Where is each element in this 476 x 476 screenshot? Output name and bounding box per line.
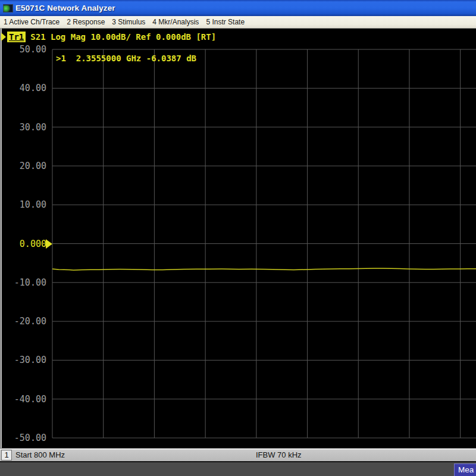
y-tick-label-neg10: -10.00 <box>14 277 46 288</box>
title-bar: E5071C Network Analyzer <box>0 0 476 16</box>
window-title: E5071C Network Analyzer <box>15 4 115 12</box>
y-tick-label-10: 10.00 <box>20 199 46 210</box>
app-icon <box>3 4 13 12</box>
menu-stimulus[interactable]: 3 Stimulus <box>112 18 145 26</box>
y-tick-label-20: 20.00 <box>20 161 46 171</box>
y-tick-label-30: 30.00 <box>20 122 46 133</box>
y-tick-label-neg40: -40.00 <box>14 394 46 405</box>
menu-response[interactable]: 2 Response <box>67 18 105 26</box>
y-tick-label-neg20: -20.00 <box>14 316 46 327</box>
trace1-settings[interactable]: S21 Log Mag 10.00dB/ Ref 0.000dB [RT] <box>30 32 216 42</box>
start-frequency-field[interactable]: Start 800 MHz <box>15 450 65 459</box>
softkey-strip: Mea <box>0 461 476 476</box>
y-tick-label-50: 50.00 <box>20 44 46 55</box>
menu-mkr-analysis[interactable]: 4 Mkr/Analysis <box>152 18 199 26</box>
channel-indicator: 1 <box>1 450 12 461</box>
y-tick-label-neg30: -30.00 <box>14 355 46 365</box>
screen-left-border <box>0 29 2 448</box>
y-tick-label-neg50: -50.00 <box>14 433 46 443</box>
ifbw-field[interactable]: IFBW 70 kHz <box>256 450 302 459</box>
trace-line <box>52 268 476 270</box>
softkey-meas-button[interactable]: Mea <box>454 464 476 476</box>
menu-active-ch-trace[interactable]: 1 Active Ch/Trace <box>4 18 60 26</box>
active-trace-arrow-icon <box>1 33 6 41</box>
y-tick-label-ref-0: 0.000 <box>20 239 46 249</box>
y-axis-labels: 50.00 40.00 30.00 20.00 10.00 0.000 -10.… <box>14 44 46 443</box>
analyzer-screen: 50.00 40.00 30.00 20.00 10.00 0.000 -10.… <box>0 29 476 448</box>
trace1-label[interactable]: Tr1 <box>7 32 26 42</box>
plot-area: 50.00 40.00 30.00 20.00 10.00 0.000 -10.… <box>0 29 476 448</box>
app-icon-glyph <box>4 5 10 12</box>
trace-status-bar: Tr1 S21 Log Mag 10.00dB/ Ref 0.000dB [RT… <box>0 31 216 43</box>
marker-readout: >1 2.3555000 GHz -6.0387 dB <box>56 54 196 63</box>
y-tick-label-40: 40.00 <box>20 83 46 93</box>
menu-bar: 1 Active Ch/Trace 2 Response 3 Stimulus … <box>0 16 476 29</box>
reference-level-marker-icon <box>46 239 52 249</box>
menu-instr-state[interactable]: 5 Instr State <box>206 18 245 26</box>
status-bar: 1 Start 800 MHz IFBW 70 kHz <box>0 448 476 461</box>
grid-lines <box>52 49 476 438</box>
